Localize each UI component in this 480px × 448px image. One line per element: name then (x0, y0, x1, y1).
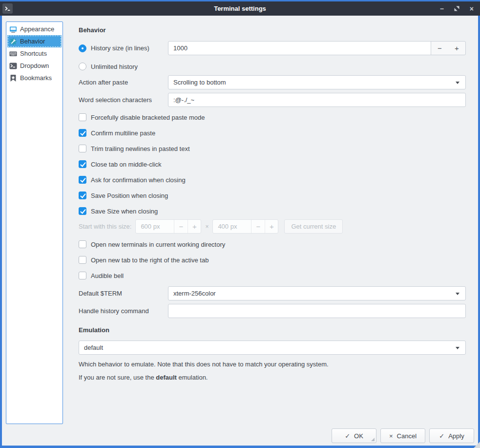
history-size-input[interactable] (168, 41, 431, 55)
checkbox-label: Ask for confirmation when closing (91, 176, 186, 184)
cancel-button-label: Cancel (397, 432, 417, 440)
bookmark-icon (9, 74, 17, 82)
ok-button-label: OK (354, 432, 363, 440)
word-selection-input[interactable] (168, 93, 466, 107)
restore-icon[interactable] (454, 6, 459, 11)
checkbox-row-save-size[interactable]: Save Size when closing (79, 206, 466, 216)
start-size-row: Start with this size: 600 px − + × 400 p… (79, 219, 466, 234)
radio-unlimited-history[interactable] (79, 63, 86, 70)
checkbox[interactable] (79, 129, 86, 137)
checkbox[interactable] (79, 192, 86, 199)
sidebar-item-dropdown[interactable]: Dropdown (7, 60, 62, 72)
resize-grip[interactable] (474, 442, 480, 448)
action-after-paste-label: Action after paste (79, 79, 168, 86)
emulation-dropdown[interactable]: default (79, 341, 466, 355)
help-suffix: emulation. (177, 374, 208, 381)
width-value[interactable]: 600 px (136, 220, 174, 233)
sidebar-item-appearance[interactable]: Appearance (7, 23, 62, 35)
start-size-label: Start with this size: (79, 223, 131, 230)
history-size-label: History size (in lines) (91, 44, 149, 52)
sidebar-item-bookmarks[interactable]: Bookmarks (7, 72, 62, 84)
window-title: Terminal settings (0, 5, 480, 12)
behavior-settings-panel: Behavior History size (in lines) − + (79, 16, 466, 381)
sidebar-item-label: Appearance (20, 25, 54, 33)
checkbox[interactable] (79, 240, 86, 248)
checkbox-label: Open new tab to the right of the active … (91, 256, 209, 264)
checkbox-row-save-position[interactable]: Save Position when closing (79, 191, 466, 200)
checkbox[interactable] (79, 207, 86, 215)
history-size-row: History size (in lines) − + (79, 41, 466, 55)
checkbox-label: Save Size when closing (91, 208, 158, 215)
height-value[interactable]: 400 px (213, 220, 251, 233)
ok-button[interactable]: ✓ OK (332, 428, 376, 443)
action-after-paste-dropdown[interactable]: Scrolling to bottom (168, 75, 466, 89)
checkbox-row-trim-newlines[interactable]: Trim trailing newlines in pasted text (79, 144, 466, 153)
action-after-paste-row: Action after paste Scrolling to bottom (79, 75, 466, 89)
checkbox-label: Open new terminals in current working di… (91, 241, 225, 248)
display-icon (9, 25, 17, 33)
checkbox[interactable] (79, 176, 86, 184)
checkbox-row-bracketed-paste[interactable]: Forcefully disable bracketed paste mode (79, 112, 466, 122)
sidebar-item-label: Dropdown (20, 62, 49, 69)
unlimited-history-radio-option[interactable]: Unlimited history (79, 63, 168, 70)
history-size-spinbox: − + (168, 41, 466, 55)
handle-history-row: Handle history command (79, 304, 466, 318)
action-after-paste-value: Scrolling to bottom (173, 79, 226, 86)
decrement-icon[interactable]: − (174, 220, 188, 233)
unlimited-history-row: Unlimited history (79, 62, 466, 71)
checkbox-row-confirm-multiline[interactable]: Confirm multiline paste (79, 128, 466, 138)
increment-icon[interactable]: + (265, 220, 278, 233)
settings-category-list: Appearance (6, 21, 63, 424)
check-icon: ✓ (439, 432, 444, 440)
radio-history-size[interactable] (79, 44, 86, 52)
checkbox-label: Trim trailing newlines in pasted text (91, 145, 190, 152)
terminal-settings-window: Terminal settings − × Appearance (0, 0, 480, 448)
decrement-icon[interactable]: − (251, 220, 265, 233)
checkbox-row-open-cwd[interactable]: Open new terminals in current working di… (79, 239, 466, 249)
minimize-icon[interactable]: − (440, 5, 444, 12)
checkbox-row-open-tab-right[interactable]: Open new tab to the right of the active … (79, 255, 466, 265)
default-term-dropdown[interactable]: xterm-256color (168, 286, 466, 300)
check-icon: ✓ (345, 432, 350, 440)
checkbox[interactable] (79, 256, 86, 264)
default-term-row: Default $TERM xterm-256color (79, 286, 466, 300)
emulation-help-text: Which behavior to emulate. Note that thi… (79, 361, 466, 368)
checkbox[interactable] (79, 160, 86, 168)
checkbox-row-audible-bell[interactable]: Audible bell (79, 271, 466, 280)
help-bold: default (156, 374, 177, 381)
increment-icon[interactable]: + (448, 42, 465, 55)
checkbox-label: Close tab on middle-click (91, 161, 162, 168)
unlimited-history-label: Unlimited history (91, 63, 138, 70)
sidebar-item-shortcuts[interactable]: Shortcuts (7, 47, 62, 60)
close-icon[interactable]: × (470, 5, 474, 12)
word-selection-row: Word selection characters (79, 93, 466, 107)
sidebar-item-behavior[interactable]: Behavior (7, 35, 62, 47)
checkbox-label: Save Position when closing (91, 192, 168, 199)
width-spinbox: 600 px − + (135, 219, 201, 234)
dialog-buttons: ✓ OK × Cancel ✓ Apply (332, 428, 474, 443)
help-prefix: If you are not sure, use the (79, 374, 156, 381)
cancel-button[interactable]: × Cancel (380, 428, 425, 443)
checkbox[interactable] (79, 145, 86, 152)
size-separator: × (205, 223, 209, 230)
checkbox-row-close-middle-click[interactable]: Close tab on middle-click (79, 159, 466, 169)
handle-history-label: Handle history command (79, 307, 168, 315)
default-term-label: Default $TERM (79, 290, 168, 297)
history-size-radio-option[interactable]: History size (in lines) (79, 44, 168, 52)
get-current-size-button[interactable]: Get current size (284, 219, 343, 234)
titlebar[interactable]: Terminal settings − × (0, 1, 480, 16)
decrement-icon[interactable]: − (431, 42, 448, 55)
sidebar-item-label: Behavior (20, 38, 45, 45)
apply-button[interactable]: ✓ Apply (429, 428, 474, 443)
sidebar-item-label: Shortcuts (20, 50, 47, 57)
checkbox[interactable] (79, 113, 86, 121)
checkbox-row-ask-confirmation[interactable]: Ask for confirmation when closing (79, 175, 466, 185)
terminal-icon (9, 62, 17, 70)
increment-icon[interactable]: + (188, 220, 201, 233)
gear-wrench-icon (9, 38, 17, 45)
checkbox-label: Confirm multiline paste (91, 129, 155, 137)
handle-history-input[interactable] (168, 304, 466, 318)
behavior-section-heading: Behavior (79, 26, 466, 34)
checkbox-label: Audible bell (91, 272, 124, 279)
checkbox[interactable] (79, 272, 86, 279)
